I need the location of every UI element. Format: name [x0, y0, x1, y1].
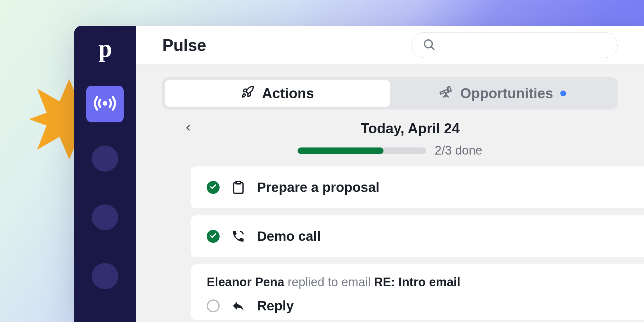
email-meta: Eleanor Pena replied to email RE: Intro … — [207, 275, 628, 289]
date-label: Today, April 24 — [361, 120, 459, 137]
task-list: Prepare a proposal Demo — [191, 166, 644, 320]
task-row[interactable]: Demo call — [191, 215, 644, 257]
email-sender: Eleanor Pena — [207, 275, 284, 289]
app-window: p Pulse — [74, 26, 644, 322]
topbar: Pulse — [136, 26, 644, 64]
tab-actions[interactable]: Actions — [165, 80, 390, 107]
tab-opportunities[interactable]: Opportunities — [390, 80, 615, 107]
notification-dot-icon — [560, 90, 566, 96]
reply-icon — [231, 299, 245, 313]
email-subject: RE: Intro email — [374, 275, 460, 289]
tab-label: Opportunities — [460, 85, 553, 101]
progress-row: 2/3 done — [162, 144, 618, 157]
task-title: Prepare a proposal — [257, 180, 379, 195]
sidebar-item-placeholder-3[interactable] — [92, 263, 118, 289]
task-row[interactable]: Prepare a proposal — [191, 166, 644, 208]
phone-icon — [231, 229, 245, 243]
sidebar-item-pulse[interactable] — [86, 86, 124, 122]
email-action-line: Reply — [207, 298, 628, 314]
svg-point-0 — [103, 101, 107, 106]
tabs: Actions Opportunities — [162, 77, 618, 109]
broadcast-icon — [92, 91, 118, 117]
task-complete-toggle[interactable] — [207, 299, 220, 312]
check-icon — [209, 232, 217, 241]
date-navigator: Today, April 24 — [162, 120, 618, 137]
email-action-row[interactable]: Eleanor Pena replied to email RE: Intro … — [191, 264, 644, 320]
clipboard-icon — [231, 180, 245, 194]
previous-day-button[interactable] — [181, 121, 195, 136]
search-input[interactable] — [412, 32, 618, 58]
svg-line-2 — [431, 47, 434, 49]
check-icon — [209, 183, 217, 192]
telescope-icon — [439, 85, 453, 102]
chevron-left-icon — [184, 123, 193, 134]
rocket-icon — [241, 85, 255, 102]
sidebar: p — [74, 26, 136, 322]
sidebar-item-placeholder-2[interactable] — [92, 204, 118, 231]
page-title: Pulse — [162, 35, 206, 55]
logo: p — [99, 36, 111, 61]
sidebar-item-placeholder-1[interactable] — [92, 146, 118, 172]
progress-text: 2/3 done — [435, 144, 482, 157]
main-area: Pulse — [136, 26, 644, 322]
task-title: Demo call — [257, 229, 321, 244]
svg-rect-3 — [236, 182, 241, 184]
email-action-verb: replied to email — [284, 275, 374, 289]
task-complete-toggle[interactable] — [207, 230, 220, 243]
search-icon — [422, 38, 436, 52]
progress-fill — [298, 147, 384, 154]
progress-bar — [298, 147, 426, 154]
email-action-label: Reply — [257, 298, 294, 314]
tab-label: Actions — [262, 85, 314, 101]
task-complete-toggle[interactable] — [207, 181, 220, 194]
